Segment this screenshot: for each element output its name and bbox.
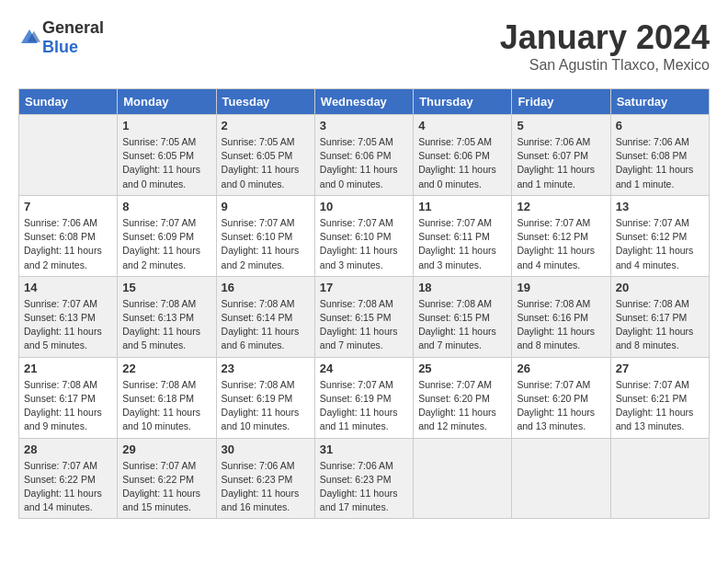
day-number: 17 bbox=[320, 281, 408, 294]
calendar-week-row: 7Sunrise: 7:06 AM Sunset: 6:08 PM Daylig… bbox=[19, 195, 710, 276]
month-title: January 2024 bbox=[500, 18, 710, 57]
location-title: San Agustin Tlaxco, Mexico bbox=[500, 57, 710, 74]
day-info: Sunrise: 7:08 AM Sunset: 6:14 PM Dayligh… bbox=[222, 297, 310, 353]
table-row: 4Sunrise: 7:05 AM Sunset: 6:06 PM Daylig… bbox=[414, 115, 512, 196]
table-row: 21Sunrise: 7:08 AM Sunset: 6:17 PM Dayli… bbox=[19, 357, 118, 438]
table-row: 14Sunrise: 7:07 AM Sunset: 6:13 PM Dayli… bbox=[19, 276, 118, 357]
day-number: 19 bbox=[517, 281, 605, 294]
day-info: Sunrise: 7:05 AM Sunset: 6:05 PM Dayligh… bbox=[122, 135, 210, 191]
calendar-week-row: 1Sunrise: 7:05 AM Sunset: 6:05 PM Daylig… bbox=[19, 115, 710, 196]
day-number: 6 bbox=[616, 119, 704, 132]
calendar-week-row: 21Sunrise: 7:08 AM Sunset: 6:17 PM Dayli… bbox=[19, 357, 710, 438]
day-info: Sunrise: 7:07 AM Sunset: 6:21 PM Dayligh… bbox=[616, 378, 704, 434]
title-area: January 2024 San Agustin Tlaxco, Mexico bbox=[500, 18, 710, 74]
day-info: Sunrise: 7:08 AM Sunset: 6:16 PM Dayligh… bbox=[517, 297, 605, 353]
table-row: 12Sunrise: 7:07 AM Sunset: 6:12 PM Dayli… bbox=[512, 195, 610, 276]
day-info: Sunrise: 7:08 AM Sunset: 6:17 PM Dayligh… bbox=[616, 297, 704, 353]
day-info: Sunrise: 7:07 AM Sunset: 6:13 PM Dayligh… bbox=[24, 297, 112, 353]
header-sunday: Sunday bbox=[19, 89, 118, 115]
header-tuesday: Tuesday bbox=[216, 89, 314, 115]
day-number: 22 bbox=[122, 362, 210, 375]
day-info: Sunrise: 7:07 AM Sunset: 6:20 PM Dayligh… bbox=[517, 378, 605, 434]
table-row bbox=[512, 438, 610, 519]
day-number: 14 bbox=[24, 281, 112, 294]
table-row: 13Sunrise: 7:07 AM Sunset: 6:12 PM Dayli… bbox=[610, 195, 709, 276]
day-number: 3 bbox=[320, 119, 408, 132]
day-info: Sunrise: 7:06 AM Sunset: 6:07 PM Dayligh… bbox=[517, 135, 605, 191]
day-info: Sunrise: 7:07 AM Sunset: 6:10 PM Dayligh… bbox=[320, 216, 408, 272]
day-info: Sunrise: 7:07 AM Sunset: 6:11 PM Dayligh… bbox=[418, 216, 506, 272]
day-info: Sunrise: 7:05 AM Sunset: 6:06 PM Dayligh… bbox=[320, 135, 408, 191]
logo-blue: Blue bbox=[42, 38, 78, 56]
table-row bbox=[414, 438, 512, 519]
table-row: 16Sunrise: 7:08 AM Sunset: 6:14 PM Dayli… bbox=[216, 276, 314, 357]
day-info: Sunrise: 7:08 AM Sunset: 6:15 PM Dayligh… bbox=[320, 297, 408, 353]
day-number: 7 bbox=[24, 200, 112, 213]
table-row: 20Sunrise: 7:08 AM Sunset: 6:17 PM Dayli… bbox=[610, 276, 709, 357]
calendar-week-row: 28Sunrise: 7:07 AM Sunset: 6:22 PM Dayli… bbox=[19, 438, 710, 519]
day-number: 8 bbox=[122, 200, 210, 213]
table-row: 5Sunrise: 7:06 AM Sunset: 6:07 PM Daylig… bbox=[512, 115, 610, 196]
table-row: 3Sunrise: 7:05 AM Sunset: 6:06 PM Daylig… bbox=[314, 115, 413, 196]
day-number: 23 bbox=[222, 362, 310, 375]
day-number: 1 bbox=[122, 119, 210, 132]
table-row: 8Sunrise: 7:07 AM Sunset: 6:09 PM Daylig… bbox=[118, 195, 216, 276]
day-info: Sunrise: 7:06 AM Sunset: 6:08 PM Dayligh… bbox=[616, 135, 704, 191]
day-info: Sunrise: 7:07 AM Sunset: 6:12 PM Dayligh… bbox=[616, 216, 704, 272]
day-info: Sunrise: 7:08 AM Sunset: 6:18 PM Dayligh… bbox=[122, 378, 210, 434]
logo: General Blue bbox=[18, 18, 104, 57]
header-wednesday: Wednesday bbox=[314, 89, 413, 115]
table-row: 17Sunrise: 7:08 AM Sunset: 6:15 PM Dayli… bbox=[314, 276, 413, 357]
day-number: 16 bbox=[222, 281, 310, 294]
header: General Blue January 2024 San Agustin Tl… bbox=[18, 18, 710, 74]
day-info: Sunrise: 7:05 AM Sunset: 6:05 PM Dayligh… bbox=[222, 135, 310, 191]
table-row: 9Sunrise: 7:07 AM Sunset: 6:10 PM Daylig… bbox=[216, 195, 314, 276]
table-row: 30Sunrise: 7:06 AM Sunset: 6:23 PM Dayli… bbox=[216, 438, 314, 519]
table-row: 18Sunrise: 7:08 AM Sunset: 6:15 PM Dayli… bbox=[414, 276, 512, 357]
day-info: Sunrise: 7:07 AM Sunset: 6:20 PM Dayligh… bbox=[418, 378, 506, 434]
day-info: Sunrise: 7:05 AM Sunset: 6:06 PM Dayligh… bbox=[418, 135, 506, 191]
day-number: 10 bbox=[320, 200, 408, 213]
day-info: Sunrise: 7:08 AM Sunset: 6:15 PM Dayligh… bbox=[418, 297, 506, 353]
table-row: 24Sunrise: 7:07 AM Sunset: 6:19 PM Dayli… bbox=[314, 357, 413, 438]
day-number: 15 bbox=[122, 281, 210, 294]
calendar: Sunday Monday Tuesday Wednesday Thursday… bbox=[18, 88, 710, 519]
day-number: 18 bbox=[418, 281, 506, 294]
day-info: Sunrise: 7:08 AM Sunset: 6:17 PM Dayligh… bbox=[24, 378, 112, 434]
calendar-week-row: 14Sunrise: 7:07 AM Sunset: 6:13 PM Dayli… bbox=[19, 276, 710, 357]
table-row: 22Sunrise: 7:08 AM Sunset: 6:18 PM Dayli… bbox=[118, 357, 216, 438]
table-row: 27Sunrise: 7:07 AM Sunset: 6:21 PM Dayli… bbox=[610, 357, 709, 438]
day-number: 30 bbox=[222, 442, 310, 456]
table-row: 10Sunrise: 7:07 AM Sunset: 6:10 PM Dayli… bbox=[314, 195, 413, 276]
table-row: 28Sunrise: 7:07 AM Sunset: 6:22 PM Dayli… bbox=[19, 438, 118, 519]
table-row: 26Sunrise: 7:07 AM Sunset: 6:20 PM Dayli… bbox=[512, 357, 610, 438]
weekday-header-row: Sunday Monday Tuesday Wednesday Thursday… bbox=[19, 89, 710, 115]
day-info: Sunrise: 7:08 AM Sunset: 6:13 PM Dayligh… bbox=[122, 297, 210, 353]
day-number: 2 bbox=[222, 119, 310, 132]
day-number: 28 bbox=[24, 442, 112, 456]
table-row: 1Sunrise: 7:05 AM Sunset: 6:05 PM Daylig… bbox=[118, 115, 216, 196]
table-row bbox=[610, 438, 709, 519]
day-number: 4 bbox=[418, 119, 506, 132]
day-info: Sunrise: 7:06 AM Sunset: 6:23 PM Dayligh… bbox=[222, 459, 310, 515]
day-number: 21 bbox=[24, 362, 112, 375]
day-info: Sunrise: 7:07 AM Sunset: 6:22 PM Dayligh… bbox=[122, 459, 210, 515]
day-info: Sunrise: 7:07 AM Sunset: 6:10 PM Dayligh… bbox=[222, 216, 310, 272]
logo-icon bbox=[18, 27, 40, 49]
table-row: 2Sunrise: 7:05 AM Sunset: 6:05 PM Daylig… bbox=[216, 115, 314, 196]
table-row: 15Sunrise: 7:08 AM Sunset: 6:13 PM Dayli… bbox=[118, 276, 216, 357]
table-row: 19Sunrise: 7:08 AM Sunset: 6:16 PM Dayli… bbox=[512, 276, 610, 357]
day-info: Sunrise: 7:08 AM Sunset: 6:19 PM Dayligh… bbox=[222, 378, 310, 434]
table-row: 25Sunrise: 7:07 AM Sunset: 6:20 PM Dayli… bbox=[414, 357, 512, 438]
day-info: Sunrise: 7:07 AM Sunset: 6:22 PM Dayligh… bbox=[24, 459, 112, 515]
day-number: 24 bbox=[320, 362, 408, 375]
logo-general: General bbox=[42, 18, 104, 37]
table-row: 6Sunrise: 7:06 AM Sunset: 6:08 PM Daylig… bbox=[610, 115, 709, 196]
day-number: 5 bbox=[517, 119, 605, 132]
day-info: Sunrise: 7:07 AM Sunset: 6:19 PM Dayligh… bbox=[320, 378, 408, 434]
day-info: Sunrise: 7:06 AM Sunset: 6:08 PM Dayligh… bbox=[24, 216, 112, 272]
day-number: 20 bbox=[616, 281, 704, 294]
table-row: 7Sunrise: 7:06 AM Sunset: 6:08 PM Daylig… bbox=[19, 195, 118, 276]
header-saturday: Saturday bbox=[610, 89, 709, 115]
table-row: 23Sunrise: 7:08 AM Sunset: 6:19 PM Dayli… bbox=[216, 357, 314, 438]
